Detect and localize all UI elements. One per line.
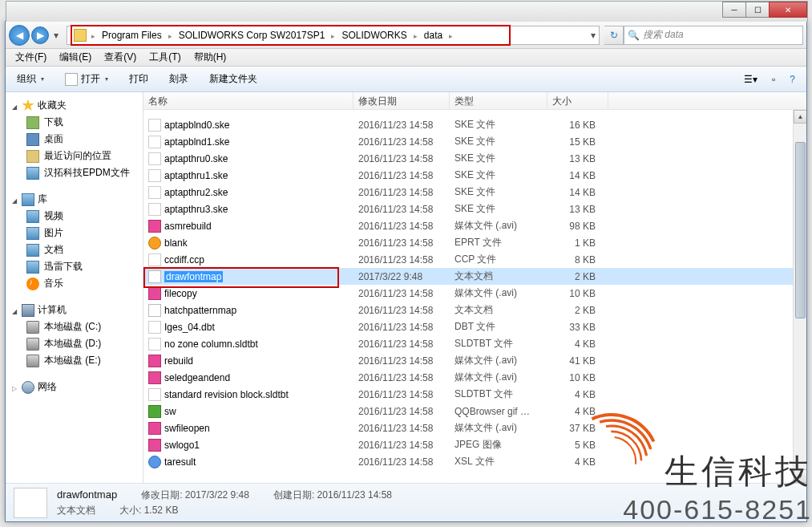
help-button[interactable]: ? bbox=[785, 71, 800, 87]
minimize-button[interactable]: ─ bbox=[722, 2, 746, 18]
music-icon bbox=[26, 278, 39, 290]
body-area: 收藏夹 下载 桌面 最近访问的位置 汉拓科技EPDM文件 库 视频 图片 文档 … bbox=[6, 92, 806, 483]
file-row[interactable]: aptapblnd1.ske2016/11/23 14:58SKE 文件15 K… bbox=[143, 133, 806, 150]
breadcrumb-sep[interactable] bbox=[90, 30, 97, 41]
sidebar-item-desktop[interactable]: 桌面 bbox=[6, 131, 143, 148]
menu-item[interactable]: 工具(T) bbox=[143, 49, 187, 66]
sidebar-item-music[interactable]: 音乐 bbox=[6, 275, 143, 292]
nav-forward-button[interactable]: ▶ bbox=[31, 26, 49, 44]
sidebar-item-pictures[interactable]: 图片 bbox=[6, 225, 143, 241]
menu-item[interactable]: 文件(F) bbox=[9, 49, 53, 66]
breadcrumb-sep[interactable] bbox=[412, 30, 419, 41]
file-row[interactable]: hatchpatternmap2016/11/23 14:58文本文档2 KB bbox=[143, 302, 806, 318]
breadcrumb-item[interactable]: SOLIDWORKS bbox=[337, 30, 411, 41]
nav-sidebar[interactable]: 收藏夹 下载 桌面 最近访问的位置 汉拓科技EPDM文件 库 视频 图片 文档 … bbox=[6, 92, 143, 483]
sidebar-item-recent[interactable]: 最近访问的位置 bbox=[6, 148, 143, 164]
view-options-button[interactable]: ☰▾ bbox=[739, 71, 762, 87]
file-row[interactable]: standard revision block.sldtbt2016/11/23… bbox=[143, 386, 806, 403]
preview-pane-button[interactable]: ▫ bbox=[767, 71, 780, 87]
menu-item[interactable]: 帮助(H) bbox=[188, 49, 233, 66]
file-icon bbox=[148, 371, 161, 384]
sidebar-item-drive-c[interactable]: 本地磁盘 (C:) bbox=[6, 318, 143, 335]
sidebar-libraries-head[interactable]: 库 bbox=[6, 191, 143, 208]
titlebar[interactable]: ……SOLIDWORKS登…SOLIDWORKS登…Login to the S… bbox=[6, 1, 808, 22]
file-name: hatchpatternmap bbox=[164, 305, 236, 316]
refresh-button[interactable]: ↻ bbox=[604, 26, 624, 45]
breadcrumb-item[interactable]: data bbox=[419, 30, 447, 41]
folder-icon bbox=[74, 29, 87, 42]
drive-icon bbox=[26, 355, 39, 367]
file-icon bbox=[148, 338, 161, 351]
file-row[interactable]: sw2016/11/23 14:58QQBrowser gif …4 KB bbox=[143, 403, 806, 420]
column-header-row: 名称 修改日期 类型 大小 bbox=[143, 92, 806, 110]
drive-icon bbox=[26, 321, 39, 334]
vertical-scrollbar[interactable]: ▲ ▼ bbox=[793, 110, 806, 483]
file-date: 2016/11/23 14:58 bbox=[353, 187, 450, 198]
print-button[interactable]: 打印 bbox=[124, 70, 153, 88]
sidebar-item-drive-d[interactable]: 本地磁盘 (D:) bbox=[6, 335, 143, 352]
file-row[interactable]: ccdiff.ccp2016/11/23 14:58CCP 文件8 KB bbox=[143, 251, 806, 268]
file-row[interactable]: swlogo12016/11/23 14:58JPEG 图像5 KB bbox=[143, 436, 806, 453]
file-type: 媒体文件 (.avi) bbox=[450, 219, 547, 233]
menu-item[interactable]: 编辑(E) bbox=[53, 49, 98, 66]
scroll-down-button[interactable]: ▼ bbox=[794, 469, 806, 483]
search-input[interactable]: 🔍 搜索 data bbox=[624, 26, 803, 45]
file-row[interactable]: filecopy2016/11/23 14:58媒体文件 (.avi)10 KB bbox=[143, 285, 806, 302]
file-icon bbox=[148, 405, 161, 418]
file-row[interactable]: blank2016/11/23 14:58EPRT 文件1 KB bbox=[143, 234, 806, 251]
sidebar-favorites-head[interactable]: 收藏夹 bbox=[6, 97, 143, 114]
address-bar[interactable]: Program Files SOLIDWORKS Corp SW2017SP1 … bbox=[67, 26, 600, 45]
column-header-size[interactable]: 大小 bbox=[547, 92, 608, 109]
sidebar-label: 网络 bbox=[38, 380, 57, 394]
file-type: SLDTBT 文件 bbox=[450, 387, 547, 401]
breadcrumb-sep[interactable] bbox=[167, 30, 174, 41]
sidebar-item-epdm[interactable]: 汉拓科技EPDM文件 bbox=[6, 164, 143, 181]
menu-item[interactable]: 查看(V) bbox=[98, 49, 143, 66]
breadcrumb-item[interactable]: SOLIDWORKS Corp SW2017SP1 bbox=[174, 30, 330, 41]
sidebar-item-drive-e[interactable]: 本地磁盘 (E:) bbox=[6, 352, 143, 369]
file-row[interactable]: seledgeandend2016/11/23 14:58媒体文件 (.avi)… bbox=[143, 369, 806, 386]
file-row[interactable]: swfileopen2016/11/23 14:58媒体文件 (.avi)37 … bbox=[143, 420, 806, 436]
burn-button[interactable]: 刻录 bbox=[164, 70, 193, 88]
maximize-button[interactable]: ☐ bbox=[745, 2, 770, 18]
sidebar-network-head[interactable]: 网络 bbox=[6, 379, 143, 395]
file-row[interactable]: aptapthru2.ske2016/11/23 14:58SKE 文件14 K… bbox=[143, 184, 806, 201]
address-dropdown[interactable]: ▾ bbox=[591, 30, 596, 41]
nav-history-dropdown[interactable]: ▾ bbox=[50, 30, 62, 41]
open-button[interactable]: 打开 bbox=[60, 70, 113, 88]
file-size: 2 KB bbox=[547, 271, 608, 282]
file-row[interactable]: no zone column.sldtbt2016/11/23 14:58SLD… bbox=[143, 335, 806, 352]
breadcrumb-sep[interactable] bbox=[329, 30, 337, 41]
breadcrumb-item[interactable]: Program Files bbox=[97, 30, 167, 41]
sidebar-label: 迅雷下载 bbox=[44, 260, 83, 274]
breadcrumb-sep[interactable] bbox=[447, 30, 454, 41]
explorer-window: ……SOLIDWORKS登…SOLIDWORKS登…Login to the S… bbox=[5, 21, 807, 522]
file-row[interactable]: drawfontmap2017/3/22 9:48文本文档2 KB bbox=[143, 268, 806, 285]
organize-button[interactable]: 组织 bbox=[12, 70, 49, 88]
column-header-name[interactable]: 名称 bbox=[143, 92, 353, 109]
file-row[interactable]: aptapblnd0.ske2016/11/23 14:58SKE 文件16 K… bbox=[143, 116, 806, 133]
sidebar-item-documents[interactable]: 文档 bbox=[6, 241, 143, 258]
new-folder-button[interactable]: 新建文件夹 bbox=[204, 70, 262, 88]
file-row[interactable]: asmrebuild2016/11/23 14:58媒体文件 (.avi)98 … bbox=[143, 217, 806, 234]
file-row[interactable]: aptapthru1.ske2016/11/23 14:58SKE 文件14 K… bbox=[143, 167, 806, 184]
scroll-up-button[interactable]: ▲ bbox=[794, 110, 806, 124]
scroll-thumb[interactable] bbox=[795, 142, 806, 318]
file-row[interactable]: taresult2016/11/23 14:58XSL 文件4 KB bbox=[143, 453, 806, 470]
file-row[interactable]: Iges_04.dbt2016/11/23 14:58DBT 文件33 KB bbox=[143, 318, 806, 335]
file-list[interactable]: 名称 修改日期 类型 大小 aptapblnd0.ske2016/11/23 1… bbox=[143, 92, 806, 483]
column-header-type[interactable]: 类型 bbox=[450, 92, 547, 109]
file-icon bbox=[148, 169, 161, 182]
close-button[interactable]: ✕ bbox=[769, 2, 807, 18]
file-type: 文本文档 bbox=[450, 270, 547, 283]
file-row[interactable]: rebuild2016/11/23 14:58媒体文件 (.avi)41 KB bbox=[143, 352, 806, 369]
file-row[interactable]: aptapthru3.ske2016/11/23 14:58SKE 文件13 K… bbox=[143, 201, 806, 217]
file-row[interactable]: aptapthru0.ske2016/11/23 14:58SKE 文件13 K… bbox=[143, 150, 806, 167]
sidebar-computer-head[interactable]: 计算机 bbox=[6, 302, 143, 318]
column-header-date[interactable]: 修改日期 bbox=[353, 92, 450, 109]
sidebar-item-thunder[interactable]: 迅雷下载 bbox=[6, 258, 143, 275]
nav-back-button[interactable]: ◀ bbox=[9, 25, 30, 46]
sidebar-item-videos[interactable]: 视频 bbox=[6, 208, 143, 225]
file-icon bbox=[148, 220, 161, 233]
sidebar-item-downloads[interactable]: 下载 bbox=[6, 114, 143, 131]
